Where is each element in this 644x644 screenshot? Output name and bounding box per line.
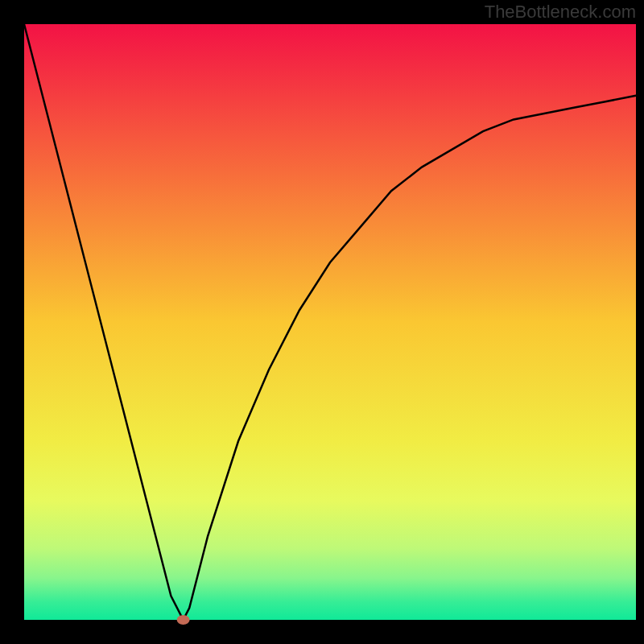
minimum-marker bbox=[177, 615, 190, 625]
chart-root: TheBottleneck.com bbox=[0, 0, 644, 644]
bottleneck-chart bbox=[0, 0, 644, 644]
watermark-label: TheBottleneck.com bbox=[485, 2, 636, 23]
